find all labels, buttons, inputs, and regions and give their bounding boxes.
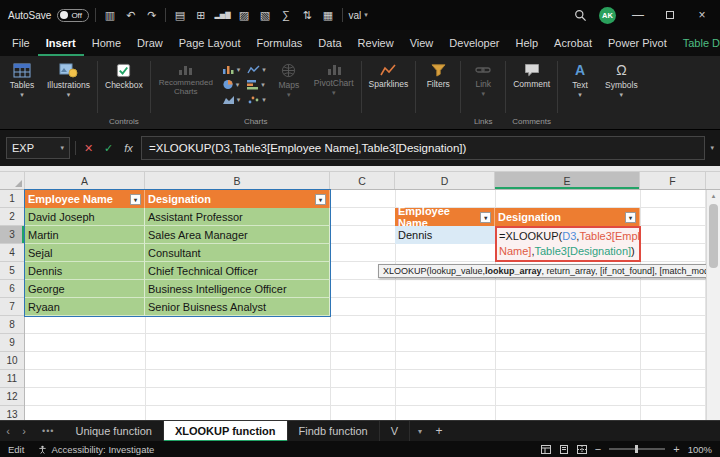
save-icon[interactable]: ▥ (102, 0, 117, 30)
tab-data[interactable]: Data (310, 30, 349, 56)
cell-b6[interactable]: Business Intelligence Officer (145, 280, 330, 298)
row-header[interactable]: 5 (0, 262, 24, 280)
tab-home[interactable]: Home (84, 30, 129, 56)
tab-table-design[interactable]: Table Design (675, 30, 720, 56)
cancel-button[interactable]: ✕ (81, 142, 96, 155)
page-layout-view-icon[interactable] (559, 445, 569, 454)
tab-insert[interactable]: Insert (38, 30, 84, 56)
cell-a4[interactable]: Sejal (25, 244, 145, 262)
pie-chart-button[interactable]: ▾ (222, 79, 240, 90)
document-title-dropdown[interactable]: val ▾ (349, 10, 368, 21)
row-header[interactable]: 13 (0, 406, 24, 420)
cell-a3[interactable]: Martin (25, 226, 145, 244)
area-chart-button[interactable]: ▾ (222, 94, 241, 105)
sheet-overflow-button[interactable]: ••• (32, 426, 64, 436)
sheet-nav-left-icon[interactable]: ‹ (0, 425, 16, 437)
row-header[interactable]: 10 (0, 352, 24, 370)
illustrations-button[interactable]: Illustrations ▾ (42, 56, 95, 99)
cell-a7[interactable]: Ryaan (25, 298, 145, 316)
symbols-button[interactable]: Ω Symbols ▾ (600, 56, 643, 99)
row-header[interactable]: 2 (0, 208, 24, 226)
redo-icon[interactable]: ↷ (144, 0, 159, 30)
scrollbar-thumb[interactable] (709, 204, 718, 268)
tab-developer[interactable]: Developer (441, 30, 507, 56)
column-header-e[interactable]: E (495, 172, 640, 189)
enter-button[interactable]: ✓ (101, 142, 116, 155)
vertical-scrollbar[interactable]: ▴ (706, 190, 720, 420)
zoom-in-button[interactable]: + (673, 443, 679, 455)
zoom-slider-thumb[interactable] (635, 445, 638, 453)
tab-formulas[interactable]: Formulas (249, 30, 311, 56)
row-header[interactable]: 11 (0, 370, 24, 388)
row-header[interactable]: 3 (0, 226, 24, 244)
search-icon[interactable] (574, 9, 587, 22)
minimize-button[interactable]: — (628, 8, 648, 22)
undo-icon[interactable]: ↶ (123, 0, 138, 30)
chart-icon[interactable]: ▂▅▇ (214, 0, 230, 30)
column-header-c[interactable]: C (330, 172, 395, 189)
row-header[interactable]: 8 (0, 316, 24, 334)
line-chart-button[interactable]: ▾ (247, 64, 266, 75)
cell-b3[interactable]: Sales Area Manager (145, 226, 330, 244)
column-header-d[interactable]: D (395, 172, 495, 189)
cell-a6[interactable]: George (25, 280, 145, 298)
row-header[interactable]: 4 (0, 244, 24, 262)
fill-color-icon[interactable]: ▨ (237, 0, 252, 30)
filter-button[interactable]: ▾ (625, 212, 636, 223)
restore-button[interactable] (660, 8, 680, 22)
comment-button[interactable]: Comment (508, 56, 555, 91)
cell-e3-formula-editor[interactable]: =XLOOKUP(D3,Table3[Employee Name],Table3… (495, 226, 641, 262)
bar-chart-button[interactable]: ▾ (246, 79, 265, 90)
tab-power-pivot[interactable]: Power Pivot (600, 30, 675, 56)
sheet-nav-right-icon[interactable]: › (16, 425, 32, 437)
zoom-out-button[interactable]: − (595, 443, 601, 455)
chevron-down-icon[interactable]: ▾ (410, 427, 430, 436)
user-avatar[interactable]: AK (599, 7, 616, 24)
row-header[interactable]: 1 (0, 190, 24, 208)
tab-page-layout[interactable]: Page Layout (171, 30, 249, 56)
header-cell-employee-name[interactable]: Employee Name ▾ (25, 190, 145, 208)
header-cell-d2[interactable]: Employee Name ▾ (395, 208, 495, 226)
sheet-tab-unique-function[interactable]: Unique function (64, 421, 163, 442)
column-header-b[interactable]: B (145, 172, 330, 189)
tab-review[interactable]: Review (350, 30, 402, 56)
table-icon[interactable]: ⊞ (193, 0, 208, 30)
normal-view-icon[interactable] (541, 445, 551, 454)
cell-b7[interactable]: Senior Buisness Analyst (145, 298, 330, 316)
checkbox-button[interactable]: Checkbox (100, 56, 148, 92)
tab-help[interactable]: Help (507, 30, 546, 56)
zoom-level[interactable]: 100% (688, 444, 712, 455)
page-break-view-icon[interactable] (577, 445, 587, 454)
new-sheet-button[interactable]: + (430, 424, 448, 438)
formula-input[interactable]: =XLOOKUP(D3,Table3[Employee Name],Table3… (141, 136, 705, 160)
recommended-charts-button[interactable]: Recommended Charts (153, 56, 219, 98)
close-button[interactable]: × (692, 8, 712, 22)
sort-icon[interactable]: ⇅ (300, 0, 315, 30)
sheet-tab-xlookup-function[interactable]: XLOOKUP function (164, 421, 288, 442)
autosum-icon[interactable]: ∑ (279, 0, 294, 30)
cell-a2[interactable]: David Joseph (25, 208, 145, 226)
cell-b5[interactable]: Chief Technical Officer (145, 262, 330, 280)
column-header-a[interactable]: A (25, 172, 145, 189)
tab-view[interactable]: View (402, 30, 442, 56)
tab-draw[interactable]: Draw (129, 30, 171, 56)
accessibility-status[interactable]: Accessibility: Investigate (38, 444, 154, 455)
cell-a5[interactable]: Dennis (25, 262, 145, 280)
picture-icon[interactable]: ▦ (321, 0, 336, 30)
sparklines-button[interactable]: Sparklines (364, 56, 414, 91)
filters-button[interactable]: Filters (418, 56, 458, 91)
insert-function-button[interactable]: fx (121, 142, 136, 154)
formula-bar-expand-icon[interactable]: ▾ (710, 144, 714, 152)
text-button[interactable]: A Text ▾ (560, 56, 600, 99)
autosave-toggle[interactable]: Off (57, 9, 89, 22)
row-header[interactable]: 6 (0, 280, 24, 298)
filter-button[interactable]: ▾ (315, 194, 326, 205)
zoom-slider[interactable] (609, 448, 665, 450)
cell-b4[interactable]: Consultant (145, 244, 330, 262)
scroll-up-icon[interactable]: ▴ (707, 190, 720, 202)
tab-file[interactable]: File (4, 30, 38, 56)
tab-acrobat[interactable]: Acrobat (546, 30, 600, 56)
header-cell-e2[interactable]: Designation ▾ (495, 208, 640, 226)
row-header[interactable]: 9 (0, 334, 24, 352)
link-button[interactable]: Link ▾ (463, 56, 503, 98)
